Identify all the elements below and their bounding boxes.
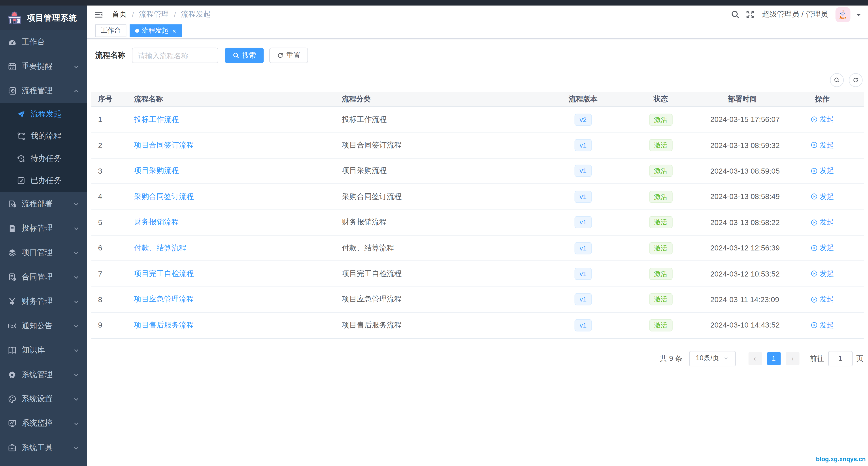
tab-workbench[interactable]: 工作台 — [95, 24, 126, 37]
cell-deploy-time: 2024-03-12 12:56:39 — [704, 244, 781, 253]
refresh-icon — [277, 52, 284, 59]
process-name-link[interactable]: 付款、结算流程 — [134, 243, 186, 252]
sidebar-item-system-management[interactable]: 系统管理 — [0, 362, 87, 387]
page-number-1[interactable]: 1 — [767, 352, 780, 365]
main-area: 首页 / 流程管理 / 流程发起 超级管理员 / 管理员 — [87, 5, 868, 466]
sidebar-item-process-management[interactable]: 流程管理 — [0, 79, 87, 103]
sidebar-item-process-deploy[interactable]: 流程部署 — [0, 192, 87, 216]
sidebar-item-process-initiate[interactable]: 流程发起 — [0, 103, 87, 125]
initiate-button[interactable]: 发起 — [811, 140, 834, 150]
play-circle-icon — [811, 167, 818, 174]
refresh-icon — [852, 77, 859, 83]
search-button[interactable]: 搜索 — [225, 48, 264, 63]
window-top-strip — [0, 0, 868, 5]
version-badge: v1 — [575, 216, 592, 228]
process-name-link[interactable]: 项目售后服务流程 — [134, 321, 194, 329]
process-management-submenu: 流程发起 我的流程 待办任务 已办任务 — [0, 103, 87, 192]
cell-index: 8 — [91, 295, 127, 304]
sidebar-item-project-management[interactable]: 项目管理 — [0, 240, 87, 265]
status-badge: 激活 — [649, 165, 672, 177]
broadcast-icon — [8, 322, 17, 330]
goto-page-input[interactable] — [828, 350, 852, 366]
table-toolbar — [830, 73, 863, 87]
tabs-bar: 工作台 流程发起 × — [87, 23, 868, 39]
calendar-icon — [8, 62, 17, 71]
initiate-button[interactable]: 发起 — [811, 269, 834, 279]
table-header: 序号 流程名称 流程分类 流程版本 状态 部署时间 操作 — [91, 92, 864, 107]
sidebar-item-workbench[interactable]: 工作台 — [0, 30, 87, 54]
initiate-button[interactable]: 发起 — [811, 320, 834, 330]
cell-category: 项目售后服务流程 — [335, 320, 548, 330]
initiate-button[interactable]: 发起 — [811, 166, 834, 176]
cell-index: 5 — [91, 218, 127, 227]
cell-index: 2 — [91, 141, 127, 149]
svg-text:Java: Java — [839, 16, 846, 19]
status-badge: 激活 — [649, 293, 672, 305]
reset-button[interactable]: 重置 — [269, 48, 308, 63]
initiate-button[interactable]: 发起 — [811, 294, 834, 304]
sidebar-item-reminders[interactable]: 重要提醒 — [0, 54, 87, 79]
chevron-down-icon — [724, 356, 729, 361]
cell-index: 3 — [91, 167, 127, 175]
breadcrumb-current: 流程发起 — [181, 9, 211, 20]
page-size-select[interactable]: 10条/页 — [689, 350, 736, 366]
sidebar-collapse-icon[interactable] — [94, 10, 104, 19]
toggle-search-button[interactable] — [830, 73, 844, 87]
table-row: 2 项目合同签订流程 项目合同签订流程 v1 激活 2024-03-13 08:… — [91, 133, 864, 158]
process-name-input[interactable] — [132, 48, 218, 63]
next-page-button[interactable]: › — [786, 352, 799, 365]
top-navbar: 首页 / 流程管理 / 流程发起 超级管理员 / 管理员 — [87, 5, 868, 23]
cell-index: 7 — [91, 270, 127, 278]
col-deploy-time: 部署时间 — [704, 94, 781, 104]
initiate-button[interactable]: 发起 — [811, 217, 834, 227]
book-icon — [8, 346, 17, 355]
sidebar-item-bid-management[interactable]: 投标管理 — [0, 216, 87, 240]
tab-process-initiate[interactable]: 流程发起 × — [130, 24, 182, 37]
header-search-icon[interactable] — [731, 10, 740, 19]
prev-page-button[interactable]: ‹ — [748, 352, 762, 365]
initiate-button[interactable]: 发起 — [811, 192, 834, 201]
cell-deploy-time: 2024-03-12 10:53:52 — [704, 270, 781, 278]
cell-index: 6 — [91, 244, 127, 253]
sidebar-item-knowledge-base[interactable]: 知识库 — [0, 338, 87, 362]
chevron-down-icon — [73, 250, 79, 256]
search-field-label: 流程名称 — [95, 50, 125, 60]
sidebar-item-system-tools[interactable]: 系统工具 — [0, 436, 87, 460]
chevron-down-icon — [73, 201, 79, 207]
sidebar-item-system-settings[interactable]: 系统设置 — [0, 387, 87, 411]
app-window: 项目管理系统 工作台 重要提醒 流程管理 — [0, 0, 868, 466]
process-name-link[interactable]: 财务报销流程 — [134, 218, 179, 226]
play-circle-icon — [811, 116, 818, 123]
cell-deploy-time: 2024-03-13 08:58:22 — [704, 218, 781, 227]
breadcrumb-home[interactable]: 首页 — [112, 9, 127, 20]
dashboard-icon — [8, 38, 17, 47]
tab-close-icon[interactable]: × — [173, 27, 176, 34]
initiate-button[interactable]: 发起 — [811, 243, 834, 253]
sidebar-item-finance-management[interactable]: 财务管理 — [0, 289, 87, 314]
initiate-button[interactable]: 发起 — [811, 114, 834, 124]
process-name-link[interactable]: 项目采购流程 — [134, 167, 179, 175]
user-menu-caret-icon[interactable] — [856, 13, 861, 18]
sidebar-item-todo-tasks[interactable]: 待办任务 — [0, 148, 87, 170]
process-name-link[interactable]: 采购合同签订流程 — [134, 192, 194, 201]
breadcrumb: 首页 / 流程管理 / 流程发起 — [112, 9, 211, 20]
process-name-link[interactable]: 项目合同签订流程 — [134, 141, 194, 149]
avatar[interactable]: Java — [835, 7, 850, 22]
sidebar-item-done-tasks[interactable]: 已办任务 — [0, 170, 87, 192]
play-circle-icon — [811, 219, 818, 226]
cell-deploy-time: 2024-03-13 08:59:32 — [704, 141, 781, 149]
play-circle-icon — [811, 296, 818, 303]
chevron-down-icon — [73, 298, 79, 304]
sidebar-item-system-monitor[interactable]: 系统监控 — [0, 411, 87, 436]
app-logo[interactable]: 项目管理系统 — [0, 5, 87, 30]
status-badge: 激活 — [649, 319, 672, 331]
monitor-icon — [8, 419, 17, 428]
sidebar-item-my-processes[interactable]: 我的流程 — [0, 125, 87, 147]
process-name-link[interactable]: 项目应急管理流程 — [134, 295, 194, 303]
sidebar-item-announcements[interactable]: 通知公告 — [0, 314, 87, 338]
fullscreen-icon[interactable] — [746, 10, 755, 19]
process-name-link[interactable]: 项目完工自检流程 — [134, 269, 194, 278]
sidebar-item-contract-management[interactable]: 合同管理 — [0, 265, 87, 289]
refresh-table-button[interactable] — [848, 73, 863, 87]
process-name-link[interactable]: 投标工作流程 — [134, 115, 179, 123]
